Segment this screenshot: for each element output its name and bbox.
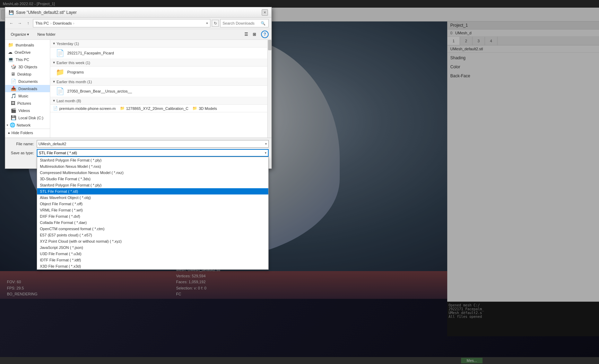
dialog-close-button[interactable]: ×: [262, 9, 268, 16]
sidebar-item-downloads[interactable]: 📥 Downloads: [5, 85, 50, 92]
dialog-titlebar: 💾 Save "UMesh_default2.stl" Layer ×: [5, 7, 271, 18]
format-item-0[interactable]: Stanford Polygon File Format ( *.ply): [37, 157, 268, 163]
group-last-month[interactable]: ▾ Last month (8): [50, 97, 271, 105]
network-section[interactable]: ▾ 🌐 Network: [5, 121, 50, 129]
sidebar-item-thumbnails[interactable]: 📁 thumbnails: [5, 41, 50, 49]
format-item-12[interactable]: E57 (E57 points cloud) ( *.e57): [37, 232, 268, 238]
path-segment-downloads[interactable]: Downloads: [53, 21, 71, 25]
organize-button[interactable]: Organize ▾: [8, 32, 32, 37]
dialog-bottom: File name: UMesh_default2 ▾ Save as type…: [5, 138, 271, 168]
thumbnails-icon: 📁: [8, 42, 14, 47]
format-item-13[interactable]: XYZ Point Cloud (with or without normal)…: [37, 238, 268, 244]
sidebar: 📁 thumbnails ☁ OneDrive 💻 This PC 🎲 3D O…: [5, 40, 50, 138]
search-input[interactable]: [223, 21, 261, 25]
sidebar-item-pictures[interactable]: 🖼 Pictures: [5, 99, 50, 107]
3dobjects-icon: 🎲: [11, 64, 16, 69]
format-item-16[interactable]: IDTF File Format ( *.idtf): [37, 257, 268, 263]
pictures-icon: 🖼: [11, 101, 15, 106]
group-last-month-chevron: ▾: [53, 98, 55, 103]
dialog-title-text: 💾 Save "UMesh_default2.stl" Layer: [9, 10, 77, 15]
filename-chevron: ▾: [265, 142, 267, 146]
path-arrow-2: ›: [73, 21, 74, 25]
format-item-3[interactable]: 3D-Studio File Format ( *.3ds): [37, 176, 268, 182]
hide-folders-chevron: ▴: [8, 130, 10, 135]
up-button[interactable]: ↑: [25, 20, 32, 27]
format-item-2[interactable]: Compressed Multiresolution Nexus Model (…: [37, 170, 268, 176]
refresh-button[interactable]: ↻: [212, 20, 219, 27]
sidebar-item-music[interactable]: 🎵 Music: [5, 92, 50, 99]
group-earlier-month-label: Earlier this month (1): [57, 80, 92, 84]
group-earlier-month[interactable]: ▾ Earlier this month (1): [50, 78, 271, 86]
file-premium-mobile[interactable]: 📄 premium-mobile-phone-screen-m: [53, 106, 116, 111]
format-item-1[interactable]: Multiresolution Nexus Model ( *.nxs): [37, 163, 268, 170]
file-brown-bear-icon: 📄: [56, 87, 64, 95]
view-btn-details[interactable]: ⊞: [251, 31, 258, 38]
format-item-7[interactable]: Object File Format ( *.off): [37, 201, 268, 207]
format-item-14[interactable]: JavaScript JSON ( *.json): [37, 244, 268, 251]
format-item-8[interactable]: VRML File Format ( *.wrl): [37, 207, 268, 213]
hide-folders-label: Hide Folders: [11, 131, 33, 135]
file-programs-name: Programs: [67, 70, 84, 74]
3d-models-name: 3D Models: [199, 106, 217, 111]
format-item-4[interactable]: Stanford Polygon File Format ( *.ply): [37, 182, 268, 188]
format-dropdown[interactable]: STL File Format ( *.stl) ▾ Stanford Poly…: [37, 149, 269, 157]
file-brown-bear[interactable]: 📄 27050_Brown_Bear__Ursus_arctos__: [50, 86, 271, 97]
group-earlier-month-chevron: ▾: [53, 79, 55, 84]
path-segment-thispc[interactable]: This PC: [35, 21, 49, 25]
help-button[interactable]: ?: [261, 31, 269, 38]
sidebar-item-onedrive[interactable]: ☁ OneDrive: [5, 49, 50, 56]
videos-icon: 🎬: [11, 108, 16, 113]
format-item-11[interactable]: OpenCTM compressed format ( *.ctm): [37, 226, 268, 232]
back-button[interactable]: ←: [8, 20, 15, 27]
file-facepalm-icon: 📄: [56, 49, 64, 57]
format-item-17[interactable]: X3D File Format ( *.x3d): [37, 263, 268, 269]
premium-mobile-icon: 📄: [53, 106, 58, 111]
group-yesterday[interactable]: ▾ Yesterday (1): [50, 40, 271, 47]
selected-format-text: STL File Format ( *.stl): [39, 151, 77, 155]
file-programs[interactable]: 📁 Programs: [50, 67, 271, 78]
group-yesterday-chevron: ▾: [53, 41, 55, 46]
file-3d-models[interactable]: 📁 3D Models: [192, 106, 217, 111]
address-bar: ← → ↑ This PC › Downloads › ▾ ↻ 🔍: [5, 18, 271, 29]
format-chevron: ▾: [265, 151, 267, 155]
file-xyz-calibration[interactable]: 📁 1278865_XYZ_20mm_Calibration_C: [120, 106, 189, 111]
scroll-thumb[interactable]: [268, 40, 271, 50]
file-list-scrollbar[interactable]: [267, 40, 271, 138]
breadcrumb-path: This PC › Downloads › ▾: [33, 19, 210, 27]
search-box: 🔍: [220, 19, 269, 27]
format-dropdown-selected[interactable]: STL File Format ( *.stl) ▾: [37, 149, 269, 157]
3d-models-icon: 📁: [192, 106, 197, 111]
sidebar-item-desktop[interactable]: 🖥 Desktop: [5, 70, 50, 78]
organize-label: Organize: [11, 32, 26, 36]
file-facepalm-name: 2922171_Facepalm_Picard: [67, 51, 114, 55]
sidebar-item-3d-objects[interactable]: 🎲 3D Objects: [5, 63, 50, 70]
save-icon: 💾: [9, 10, 14, 15]
filename-input[interactable]: UMesh_default2 ▾: [37, 140, 269, 148]
path-dropdown-chevron[interactable]: ▾: [206, 21, 208, 25]
savetype-row: Save as type: STL File Format ( *.stl) ▾…: [8, 149, 269, 157]
format-item-9[interactable]: DXF File Format ( *.dxf): [37, 213, 268, 219]
premium-mobile-name: premium-mobile-phone-screen-m: [59, 106, 116, 111]
file-list-area[interactable]: ▾ Yesterday (1) 📄 2922171_Facepalm_Picar…: [50, 40, 271, 138]
xyz-calibration-icon: 📁: [120, 106, 125, 111]
group-earlier-week-chevron: ▾: [53, 60, 55, 65]
group-earlier-week-label: Earlier this week (1): [57, 61, 90, 65]
sidebar-item-videos[interactable]: 🎬 Videos: [5, 107, 50, 114]
xyz-calibration-name: 1278865_XYZ_20mm_Calibration_C: [126, 106, 189, 111]
group-earlier-week[interactable]: ▾ Earlier this week (1): [50, 59, 271, 67]
last-month-items-row: 📄 premium-mobile-phone-screen-m 📁 127886…: [50, 105, 271, 112]
forward-button[interactable]: →: [16, 20, 23, 27]
format-item-10[interactable]: Collada File Format ( *.dae): [37, 219, 268, 226]
save-dialog: 💾 Save "UMesh_default2.stl" Layer × ← → …: [5, 7, 272, 169]
file-facepalm[interactable]: 📄 2922171_Facepalm_Picard: [50, 47, 271, 59]
sidebar-item-local-disk[interactable]: 💾 Local Disk (C:): [5, 114, 50, 121]
hide-folders-row[interactable]: ▴ Hide Folders: [5, 129, 50, 136]
format-item-6[interactable]: Alias Wavefront Object ( *.obj): [37, 194, 268, 201]
new-folder-button[interactable]: New folder: [35, 32, 59, 37]
dialog-content: 📁 thumbnails ☁ OneDrive 💻 This PC 🎲 3D O…: [5, 40, 271, 138]
view-btn-list[interactable]: ☰: [242, 31, 250, 38]
sidebar-item-documents[interactable]: 📄 Documents: [5, 78, 50, 85]
format-item-15[interactable]: U3D File Format ( *.u3d): [37, 251, 268, 257]
format-item-5[interactable]: STL File Format ( *.stl): [37, 188, 268, 194]
sidebar-item-this-pc[interactable]: 💻 This PC: [5, 56, 50, 63]
